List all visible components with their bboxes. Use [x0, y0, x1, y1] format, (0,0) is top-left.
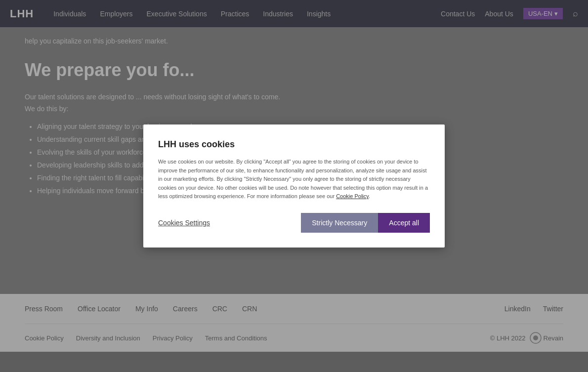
cookie-modal-body: We use cookies on our website. By clicki…: [158, 158, 430, 201]
cookie-modal-title: LHH uses cookies: [158, 139, 430, 150]
modal-overlay: LHH uses cookies We use cookies on our w…: [0, 0, 588, 352]
cookie-btn-group: Strictly Necessary Accept all: [301, 213, 430, 233]
strictly-necessary-button[interactable]: Strictly Necessary: [301, 213, 378, 233]
cookie-actions: Cookies Settings Strictly Necessary Acce…: [158, 213, 430, 233]
cookies-settings-button[interactable]: Cookies Settings: [158, 219, 210, 227]
cookie-modal: LHH uses cookies We use cookies on our w…: [143, 124, 445, 248]
accept-all-button[interactable]: Accept all: [378, 213, 430, 233]
cookie-policy-link[interactable]: Cookie Policy: [336, 193, 369, 199]
